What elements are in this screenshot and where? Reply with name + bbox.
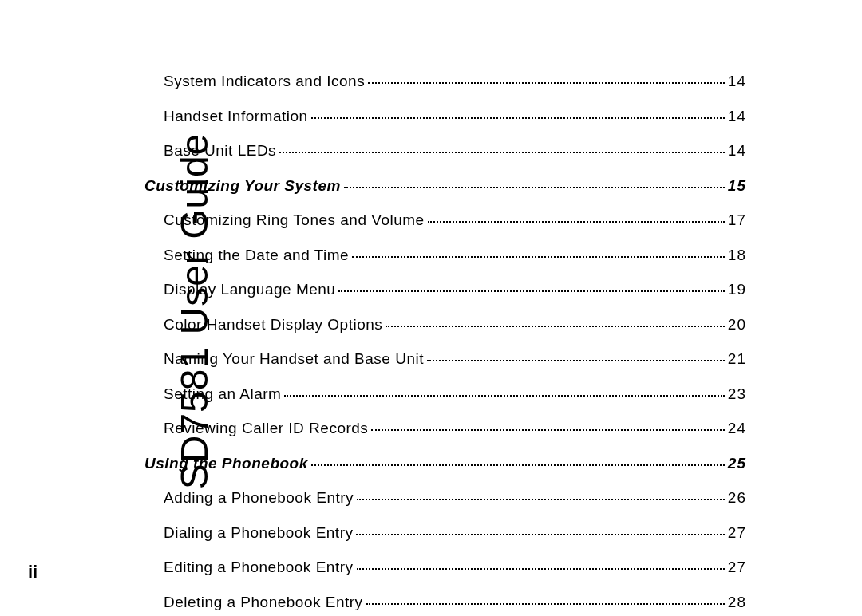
toc-leader-dots — [352, 256, 725, 258]
toc-entry: System Indicators and Icons14 — [164, 70, 746, 93]
toc-leader-dots — [428, 221, 725, 223]
toc-title: Customizing Your System — [144, 175, 341, 198]
toc-leader-dots — [366, 603, 725, 605]
toc-title: Handset Information — [164, 105, 308, 128]
toc-leader-dots — [357, 568, 725, 570]
toc-page: 25 — [728, 452, 746, 476]
toc-content: System Indicators and Icons14Handset Inf… — [164, 70, 746, 616]
toc-entry: Adding a Phonebook Entry26 — [164, 487, 746, 510]
toc-entry: Display Language Menu19 — [164, 278, 746, 302]
toc-page: 14 — [728, 105, 746, 128]
toc-entry: Editing a Phonebook Entry27 — [164, 556, 746, 579]
toc-title: Adding a Phonebook Entry — [164, 487, 354, 510]
toc-leader-dots — [356, 534, 724, 535]
toc-leader-dots — [284, 395, 724, 397]
toc-entry: Naming Your Handset and Base Unit21 — [164, 348, 746, 371]
toc-title: Naming Your Handset and Base Unit — [164, 348, 424, 371]
toc-entry: Color Handset Display Options20 — [164, 314, 746, 337]
toc-page: 15 — [728, 175, 746, 198]
toc-leader-dots — [357, 499, 725, 500]
toc-title: Color Handset Display Options — [164, 314, 382, 337]
toc-section: Customizing Your System15 — [144, 175, 746, 198]
toc-page: 14 — [728, 70, 746, 93]
toc-title: System Indicators and Icons — [164, 70, 365, 93]
toc-leader-dots — [279, 152, 725, 153]
toc-page: 14 — [728, 140, 746, 163]
toc-leader-dots — [311, 464, 725, 466]
toc-page: 23 — [728, 383, 746, 406]
toc-entry: Handset Information14 — [164, 105, 746, 128]
toc-title: Deleting a Phonebook Entry — [164, 591, 363, 614]
toc-page: 21 — [728, 348, 746, 371]
toc-title: Dialing a Phonebook Entry — [164, 522, 353, 545]
toc-title: Reviewing Caller ID Records — [164, 417, 368, 440]
toc-page: 18 — [728, 244, 746, 267]
toc-page: 19 — [728, 278, 746, 302]
toc-page: 17 — [728, 209, 746, 232]
toc-entry: Base Unit LEDs14 — [164, 140, 746, 163]
toc-leader-dots — [427, 360, 725, 361]
toc-leader-dots — [338, 290, 724, 292]
toc-leader-dots — [368, 82, 725, 84]
toc-title: Setting an Alarm — [164, 383, 281, 406]
toc-page: 28 — [728, 591, 746, 614]
toc-entry: Dialing a Phonebook Entry27 — [164, 522, 746, 545]
toc-leader-dots — [371, 429, 724, 431]
toc-page: 27 — [728, 522, 746, 545]
toc-page: 20 — [728, 314, 746, 337]
page-number: ii — [28, 562, 38, 582]
toc-leader-dots — [386, 326, 725, 327]
toc-page: 26 — [728, 487, 746, 510]
toc-title: Setting the Date and Time — [164, 244, 349, 267]
toc-leader-dots — [344, 187, 725, 188]
toc-title: Editing a Phonebook Entry — [164, 556, 354, 579]
toc-leader-dots — [311, 117, 725, 119]
toc-entry: Reviewing Caller ID Records24 — [164, 417, 746, 440]
toc-title: Base Unit LEDs — [164, 140, 276, 163]
toc-page: 24 — [728, 417, 746, 440]
toc-entry: Setting the Date and Time18 — [164, 244, 746, 267]
toc-title: Customizing Ring Tones and Volume — [164, 209, 425, 232]
toc-title: Display Language Menu — [164, 278, 335, 302]
toc-entry: Setting an Alarm23 — [164, 383, 746, 406]
toc-entry: Deleting a Phonebook Entry28 — [164, 591, 746, 614]
toc-page: 27 — [728, 556, 746, 579]
toc-section: Using the Phonebook25 — [144, 452, 746, 476]
toc-entry: Customizing Ring Tones and Volume17 — [164, 209, 746, 232]
toc-title: Using the Phonebook — [144, 452, 308, 476]
